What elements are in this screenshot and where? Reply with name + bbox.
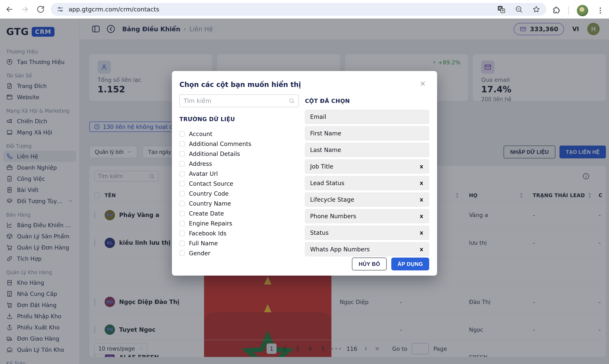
search-icon [289, 98, 295, 104]
selected-column-chip[interactable]: Phone Numbers x [305, 209, 429, 223]
extensions-icon[interactable] [552, 6, 560, 15]
chip-label: Last Name [310, 147, 341, 154]
field-checkbox[interactable] [179, 211, 185, 216]
modal-title: Chọn các cột bạn muốn hiển thị [179, 80, 429, 89]
field-option[interactable]: Engine Repairs [179, 219, 299, 228]
field-label: Additional Comments [189, 141, 251, 147]
selected-column-chip[interactable]: Lead Status x [305, 176, 429, 190]
field-checkbox[interactable] [179, 131, 185, 137]
field-label: Country Code [189, 190, 229, 197]
selected-column-chip[interactable]: Job Title x [305, 159, 429, 173]
field-checkbox[interactable] [179, 201, 185, 206]
field-option[interactable]: Country Name [179, 199, 299, 208]
toolbar-divider [568, 6, 569, 15]
remove-chip-icon[interactable]: x [419, 180, 424, 186]
field-label: Contact Source [189, 180, 233, 187]
cancel-button[interactable]: HỦY BỎ [352, 258, 387, 270]
close-icon[interactable] [419, 80, 426, 87]
chip-label: Lifecycle Stage [310, 196, 354, 203]
forward-icon[interactable] [20, 5, 29, 14]
field-label: Additional Details [189, 151, 240, 157]
field-checkbox[interactable] [179, 151, 185, 156]
chip-label: Phone Numbers [310, 213, 356, 220]
chip-label: Status [310, 229, 329, 236]
remove-chip-icon[interactable]: x [419, 246, 424, 252]
url-input[interactable] [68, 6, 379, 13]
field-checkbox[interactable] [179, 250, 185, 256]
chip-label: Job Title [310, 163, 333, 170]
field-checkbox[interactable] [179, 161, 185, 167]
remove-chip-icon[interactable]: x [419, 196, 424, 203]
selected-column-chip[interactable]: Email x [305, 110, 429, 124]
browser-toolbar: G [0, 0, 609, 19]
chip-label: Lead Status [310, 180, 344, 187]
field-option[interactable]: Address [179, 159, 299, 169]
profile-avatar[interactable] [577, 5, 588, 16]
field-label: Address [189, 160, 212, 167]
field-option[interactable]: Avatar Url [179, 169, 299, 179]
field-checkbox[interactable] [179, 191, 185, 196]
field-checkbox[interactable] [179, 181, 185, 186]
modal-search[interactable] [179, 94, 299, 107]
zoom-out-icon[interactable] [515, 5, 523, 13]
reload-icon[interactable] [36, 5, 45, 14]
field-option[interactable]: Contact Source [179, 179, 299, 189]
field-option[interactable]: Additional Details [179, 149, 299, 159]
menu-kebab-icon[interactable] [596, 6, 604, 15]
field-label: Country Name [189, 200, 231, 207]
field-option[interactable]: Account [179, 129, 299, 139]
remove-chip-icon[interactable]: x [419, 163, 424, 169]
site-settings-icon[interactable] [56, 6, 64, 13]
field-list: Account Additional Comments Additional D… [179, 129, 299, 258]
field-option[interactable]: Additional Comments [179, 139, 299, 149]
remove-chip-icon[interactable]: x [419, 230, 424, 236]
remove-chip-icon[interactable]: x [419, 213, 424, 219]
field-checkbox[interactable] [179, 171, 185, 176]
selected-column-chip[interactable]: Whats App Numbers x [305, 242, 429, 256]
translate-icon[interactable]: G [497, 5, 506, 14]
modal-search-input[interactable] [184, 97, 289, 104]
selected-column-chip[interactable]: First Name x [305, 126, 429, 140]
bookmark-star-icon[interactable] [532, 5, 541, 13]
apply-button[interactable]: ÁP DỤNG [391, 258, 429, 270]
field-option[interactable]: Facebook Ids [179, 228, 299, 238]
selected-column-chip[interactable]: Last Name x [305, 143, 429, 157]
back-icon[interactable] [5, 5, 14, 14]
field-label: Create Date [189, 210, 224, 217]
field-label: Facebook Ids [189, 230, 226, 237]
chip-label: Whats App Numbers [310, 246, 370, 253]
field-label: Avatar Url [189, 170, 218, 177]
selected-column-chip[interactable]: Status x [305, 226, 429, 240]
field-checkbox[interactable] [179, 241, 185, 246]
field-label: Full Name [189, 240, 218, 247]
chip-label: First Name [310, 130, 341, 137]
field-option[interactable]: Gender [179, 248, 299, 258]
selected-column-chip[interactable]: Lifecycle Stage x [305, 193, 429, 207]
field-label: Gender [189, 250, 210, 257]
field-option[interactable]: Full Name [179, 238, 299, 248]
selected-column-list: Email x First Name x Last Name x Job Tit… [305, 110, 429, 263]
field-checkbox[interactable] [179, 231, 185, 236]
field-checkbox[interactable] [179, 221, 185, 226]
data-fields-header: TRƯỜNG DỮ LIỆU [179, 116, 299, 122]
chip-label: Email [310, 114, 326, 120]
field-checkbox[interactable] [179, 141, 185, 147]
field-option[interactable]: Country Code [179, 189, 299, 199]
selected-columns-header: CỘT ĐÃ CHỌN [305, 98, 429, 104]
field-label: Account [189, 131, 212, 138]
url-bar[interactable]: G [51, 3, 546, 16]
field-label: Engine Repairs [189, 220, 232, 227]
column-chooser-modal: Chọn các cột bạn muốn hiển thị CỘT ĐÃ CH… [172, 71, 437, 276]
field-option[interactable]: Create Date [179, 208, 299, 219]
